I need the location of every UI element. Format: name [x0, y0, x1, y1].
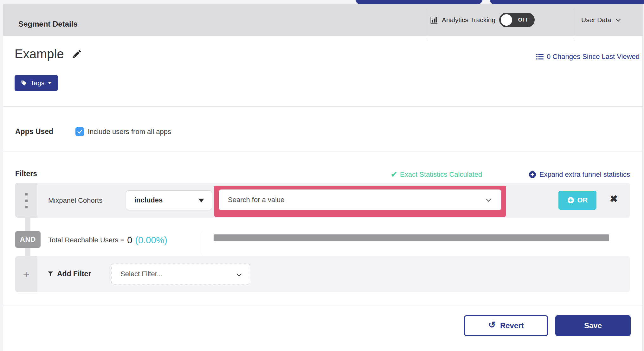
- expand-funnel-statistics-link[interactable]: Expand extra funnel statistics: [529, 170, 630, 179]
- reachable-users-progress-bar: [214, 234, 609, 241]
- expand-funnel-label: Expand extra funnel statistics: [539, 170, 630, 179]
- stats-divider: [202, 232, 202, 255]
- exact-statistics-status: ✔ Exact Statistics Calculated: [391, 170, 482, 179]
- exact-statistics-label: Exact Statistics Calculated: [400, 170, 482, 179]
- toggle-state-label: OFF: [518, 17, 530, 23]
- user-data-dropdown[interactable]: User Data: [581, 4, 620, 36]
- include-all-apps-checkbox[interactable]: [75, 127, 84, 136]
- highlight-outline: Search for a value: [214, 186, 506, 217]
- page-title: Segment Details: [18, 20, 78, 29]
- header-divider: [575, 8, 575, 40]
- operator-value: includes: [134, 196, 163, 204]
- list-icon: [536, 53, 544, 61]
- caret-down-icon: [198, 199, 204, 202]
- reachable-label: Total Reachable Users =: [48, 236, 124, 244]
- filter-field-label: Mixpanel Cohorts: [48, 196, 102, 205]
- changes-since-last-viewed-link[interactable]: 0 Changes Since Last Viewed: [536, 53, 640, 61]
- total-reachable-users: Total Reachable Users = 0 (0.00%): [48, 234, 167, 246]
- analytics-tracking-label: Analytics Tracking: [442, 16, 495, 24]
- filter-row: Mixpanel Cohorts includes Search for a v…: [15, 183, 630, 218]
- analytics-tracking-toggle[interactable]: OFF: [499, 13, 535, 27]
- add-or-condition-button[interactable]: OR: [558, 191, 596, 210]
- tag-icon: [21, 80, 27, 86]
- bar-chart-icon: [430, 16, 438, 24]
- select-filter-dropdown[interactable]: Select Filter...: [111, 264, 250, 284]
- filter-drag-handle[interactable]: [15, 183, 37, 218]
- plus-icon: +: [23, 269, 29, 280]
- add-filter-row: + Add Filter Select Filter...: [15, 256, 630, 292]
- header-divider: [428, 8, 428, 40]
- remove-filter-x-icon[interactable]: ✖: [610, 194, 618, 204]
- add-filter-label-group: Add Filter: [48, 270, 91, 278]
- toggle-knob: [501, 14, 512, 26]
- rotate-ccw-icon: ↺: [488, 321, 495, 329]
- check-icon: ✔: [391, 171, 397, 178]
- plus-circle-icon: [567, 197, 574, 204]
- filter-operator-select[interactable]: includes: [126, 190, 212, 210]
- and-connector-badge: AND: [15, 231, 41, 248]
- segment-title-row: Example: [15, 47, 82, 61]
- filters-heading: Filters: [15, 169, 37, 178]
- section-divider: [3, 305, 643, 305]
- segment-name: Example: [15, 47, 64, 61]
- select-filter-placeholder: Select Filter...: [120, 270, 163, 278]
- chevron-down-icon: [486, 197, 491, 202]
- reachable-value: 0: [127, 235, 132, 246]
- toolbar-button-partial-right[interactable]: [490, 0, 644, 4]
- and-label: AND: [20, 235, 36, 244]
- segment-details-header-bar: Segment Details: [3, 4, 643, 36]
- revert-button-label: Revert: [500, 321, 524, 330]
- filter-value-select[interactable]: Search for a value: [219, 189, 501, 210]
- apps-used-label: Apps Used: [15, 127, 53, 136]
- section-divider: [3, 151, 643, 151]
- tags-button[interactable]: Tags: [15, 75, 58, 91]
- add-filter-label: Add Filter: [57, 270, 91, 278]
- checkmark-icon: [77, 129, 83, 135]
- changes-link-label: 0 Changes Since Last Viewed: [547, 53, 640, 61]
- toolbar-button-partial-left[interactable]: [356, 0, 482, 4]
- user-data-label: User Data: [581, 16, 611, 24]
- tags-button-label: Tags: [30, 79, 44, 87]
- revert-button[interactable]: ↺ Revert: [464, 315, 548, 336]
- plus-circle-icon: [529, 171, 536, 178]
- save-button-label: Save: [584, 321, 602, 330]
- save-button[interactable]: Save: [555, 315, 631, 336]
- section-divider: [3, 106, 643, 107]
- grip-dots-icon: [25, 193, 28, 195]
- chevron-down-icon: [615, 16, 621, 22]
- pencil-icon[interactable]: [72, 49, 82, 59]
- chevron-down-icon: [237, 271, 242, 277]
- funnel-icon: [48, 271, 54, 277]
- or-button-label: OR: [577, 196, 588, 204]
- add-filter-handle[interactable]: +: [15, 256, 37, 292]
- caret-down-icon: [48, 82, 52, 84]
- value-placeholder: Search for a value: [228, 196, 285, 204]
- include-all-apps-label: Include users from all apps: [88, 128, 171, 136]
- analytics-tracking-control: Analytics Tracking OFF: [430, 4, 535, 36]
- reachable-percent: (0.00%): [135, 235, 167, 246]
